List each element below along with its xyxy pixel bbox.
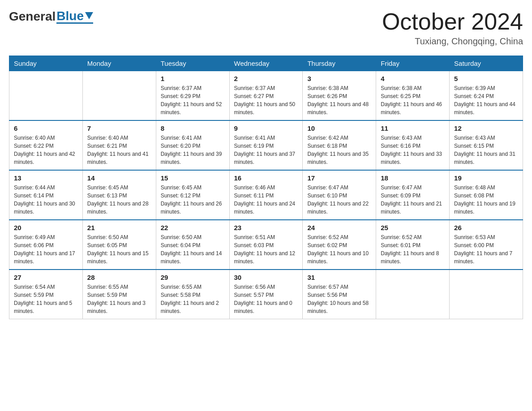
calendar-day-cell: 29Sunrise: 6:55 AMSunset: 5:58 PMDayligh… — [156, 270, 229, 319]
logo-general-text: General — [9, 9, 56, 24]
calendar-day-cell: 28Sunrise: 6:55 AMSunset: 5:59 PMDayligh… — [82, 270, 156, 319]
calendar-day-cell — [9, 71, 83, 121]
calendar-week-row: 20Sunrise: 6:49 AMSunset: 6:06 PMDayligh… — [9, 220, 523, 270]
calendar-day-cell: 19Sunrise: 6:48 AMSunset: 6:08 PMDayligh… — [450, 170, 523, 220]
page-title: October 2024 — [382, 9, 523, 34]
day-info: Sunrise: 6:40 AMSunset: 6:22 PMDaylight:… — [14, 134, 78, 166]
day-number: 27 — [14, 274, 78, 281]
day-number: 22 — [161, 224, 225, 231]
day-info: Sunrise: 6:50 AMSunset: 6:05 PMDaylight:… — [87, 233, 151, 265]
day-info: Sunrise: 6:37 AMSunset: 6:29 PMDaylight:… — [161, 84, 225, 116]
day-number: 18 — [381, 174, 445, 182]
calendar-header-row: Sunday Monday Tuesday Wednesday Thursday… — [9, 56, 523, 71]
col-saturday: Saturday — [450, 56, 523, 71]
calendar-day-cell — [376, 270, 450, 319]
day-number: 4 — [381, 75, 445, 82]
day-number: 13 — [14, 174, 78, 182]
calendar-day-cell: 15Sunrise: 6:45 AMSunset: 6:12 PMDayligh… — [156, 170, 229, 220]
page-header: General Blue October 2024 Tuxiang, Chong… — [9, 9, 523, 47]
col-friday: Friday — [376, 56, 450, 71]
day-number: 14 — [87, 174, 151, 182]
calendar-day-cell — [450, 270, 523, 319]
day-number: 7 — [87, 124, 151, 132]
day-info: Sunrise: 6:52 AMSunset: 6:02 PMDaylight:… — [307, 233, 371, 265]
day-info: Sunrise: 6:38 AMSunset: 6:26 PMDaylight:… — [307, 84, 371, 116]
day-number: 8 — [161, 124, 225, 132]
calendar-day-cell: 27Sunrise: 6:54 AMSunset: 5:59 PMDayligh… — [9, 270, 83, 319]
calendar-day-cell: 10Sunrise: 6:42 AMSunset: 6:18 PMDayligh… — [303, 120, 376, 170]
day-info: Sunrise: 6:50 AMSunset: 6:04 PMDaylight:… — [161, 233, 225, 265]
calendar-day-cell: 4Sunrise: 6:38 AMSunset: 6:25 PMDaylight… — [376, 71, 450, 121]
day-number: 25 — [381, 224, 445, 231]
calendar-day-cell: 24Sunrise: 6:52 AMSunset: 6:02 PMDayligh… — [303, 220, 376, 270]
calendar-day-cell: 5Sunrise: 6:39 AMSunset: 6:24 PMDaylight… — [450, 71, 523, 121]
calendar-day-cell: 26Sunrise: 6:53 AMSunset: 6:00 PMDayligh… — [450, 220, 523, 270]
col-tuesday: Tuesday — [156, 56, 229, 71]
calendar-day-cell: 13Sunrise: 6:44 AMSunset: 6:14 PMDayligh… — [9, 170, 83, 220]
calendar-day-cell: 7Sunrise: 6:40 AMSunset: 6:21 PMDaylight… — [82, 120, 156, 170]
day-number: 10 — [307, 124, 371, 132]
day-info: Sunrise: 6:38 AMSunset: 6:25 PMDaylight:… — [381, 84, 445, 116]
logo: General Blue — [9, 9, 93, 24]
day-number: 12 — [454, 124, 518, 132]
calendar-day-cell: 21Sunrise: 6:50 AMSunset: 6:05 PMDayligh… — [82, 220, 156, 270]
calendar-day-cell — [82, 71, 156, 121]
calendar-day-cell: 18Sunrise: 6:47 AMSunset: 6:09 PMDayligh… — [376, 170, 450, 220]
logo-area: General Blue — [9, 9, 93, 24]
calendar-day-cell: 23Sunrise: 6:51 AMSunset: 6:03 PMDayligh… — [229, 220, 303, 270]
calendar-week-row: 6Sunrise: 6:40 AMSunset: 6:22 PMDaylight… — [9, 120, 523, 170]
day-number: 2 — [234, 75, 298, 82]
day-number: 26 — [454, 224, 518, 231]
calendar-day-cell: 14Sunrise: 6:45 AMSunset: 6:13 PMDayligh… — [82, 170, 156, 220]
day-number: 17 — [307, 174, 371, 182]
day-number: 20 — [14, 224, 78, 231]
logo-blue-text: Blue — [56, 9, 84, 23]
calendar-day-cell: 11Sunrise: 6:43 AMSunset: 6:16 PMDayligh… — [376, 120, 450, 170]
day-number: 21 — [87, 224, 151, 231]
calendar-day-cell: 31Sunrise: 6:57 AMSunset: 5:56 PMDayligh… — [303, 270, 376, 319]
calendar-day-cell: 9Sunrise: 6:41 AMSunset: 6:19 PMDaylight… — [229, 120, 303, 170]
day-info: Sunrise: 6:55 AMSunset: 5:58 PMDaylight:… — [161, 283, 225, 315]
calendar-week-row: 13Sunrise: 6:44 AMSunset: 6:14 PMDayligh… — [9, 170, 523, 220]
day-number: 5 — [454, 75, 518, 82]
day-number: 15 — [161, 174, 225, 182]
day-info: Sunrise: 6:44 AMSunset: 6:14 PMDaylight:… — [14, 184, 78, 216]
page-subtitle: Tuxiang, Chongqing, China — [382, 36, 523, 47]
calendar-day-cell: 1Sunrise: 6:37 AMSunset: 6:29 PMDaylight… — [156, 71, 229, 121]
day-number: 30 — [234, 274, 298, 281]
day-number: 9 — [234, 124, 298, 132]
day-number: 28 — [87, 274, 151, 281]
day-info: Sunrise: 6:43 AMSunset: 6:16 PMDaylight:… — [381, 134, 445, 166]
calendar-week-row: 1Sunrise: 6:37 AMSunset: 6:29 PMDaylight… — [9, 71, 523, 121]
day-info: Sunrise: 6:48 AMSunset: 6:08 PMDaylight:… — [454, 184, 518, 216]
day-info: Sunrise: 6:47 AMSunset: 6:10 PMDaylight:… — [307, 184, 371, 216]
day-info: Sunrise: 6:47 AMSunset: 6:09 PMDaylight:… — [381, 184, 445, 216]
col-sunday: Sunday — [9, 56, 83, 71]
day-info: Sunrise: 6:57 AMSunset: 5:56 PMDaylight:… — [307, 283, 371, 315]
day-info: Sunrise: 6:49 AMSunset: 6:06 PMDaylight:… — [14, 233, 78, 265]
day-number: 6 — [14, 124, 78, 132]
day-number: 31 — [307, 274, 371, 281]
day-info: Sunrise: 6:40 AMSunset: 6:21 PMDaylight:… — [87, 134, 151, 166]
calendar-day-cell: 20Sunrise: 6:49 AMSunset: 6:06 PMDayligh… — [9, 220, 83, 270]
day-info: Sunrise: 6:53 AMSunset: 6:00 PMDaylight:… — [454, 233, 518, 265]
day-info: Sunrise: 6:37 AMSunset: 6:27 PMDaylight:… — [234, 84, 298, 116]
day-info: Sunrise: 6:39 AMSunset: 6:24 PMDaylight:… — [454, 84, 518, 116]
day-number: 3 — [307, 75, 371, 82]
calendar-day-cell: 12Sunrise: 6:43 AMSunset: 6:15 PMDayligh… — [450, 120, 523, 170]
calendar-day-cell: 3Sunrise: 6:38 AMSunset: 6:26 PMDaylight… — [303, 71, 376, 121]
calendar-day-cell: 2Sunrise: 6:37 AMSunset: 6:27 PMDaylight… — [229, 71, 303, 121]
title-area: October 2024 Tuxiang, Chongqing, China — [382, 9, 523, 47]
day-number: 19 — [454, 174, 518, 182]
day-info: Sunrise: 6:45 AMSunset: 6:13 PMDaylight:… — [87, 184, 151, 216]
col-monday: Monday — [82, 56, 156, 71]
day-info: Sunrise: 6:54 AMSunset: 5:59 PMDaylight:… — [14, 283, 78, 315]
calendar-day-cell: 30Sunrise: 6:56 AMSunset: 5:57 PMDayligh… — [229, 270, 303, 319]
day-info: Sunrise: 6:45 AMSunset: 6:12 PMDaylight:… — [161, 184, 225, 216]
day-info: Sunrise: 6:51 AMSunset: 6:03 PMDaylight:… — [234, 233, 298, 265]
logo-triangle-icon — [85, 12, 93, 19]
day-info: Sunrise: 6:41 AMSunset: 6:20 PMDaylight:… — [161, 134, 225, 166]
day-number: 16 — [234, 174, 298, 182]
day-info: Sunrise: 6:46 AMSunset: 6:11 PMDaylight:… — [234, 184, 298, 216]
calendar-day-cell: 22Sunrise: 6:50 AMSunset: 6:04 PMDayligh… — [156, 220, 229, 270]
